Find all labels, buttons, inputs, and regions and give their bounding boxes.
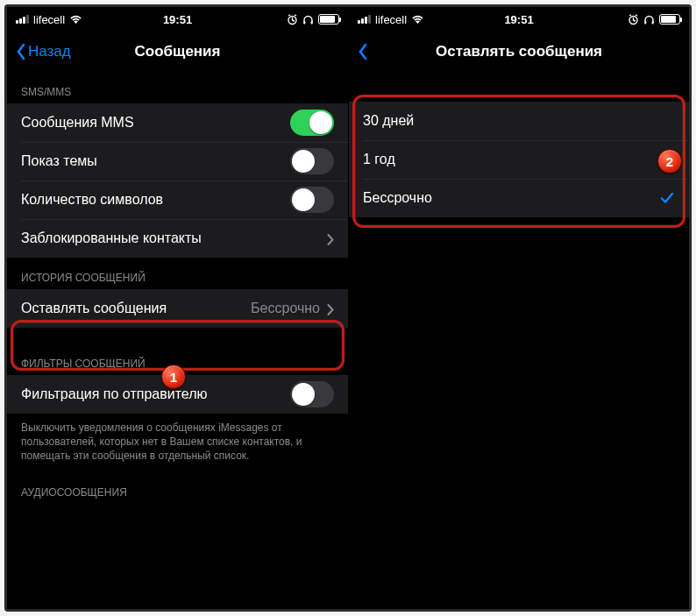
battery-icon: [659, 14, 680, 25]
row-show-subject[interactable]: Показ темы: [7, 142, 348, 181]
nav-title: Оставлять сообщения: [349, 43, 689, 60]
group-filters: Фильтрация по отправителю: [7, 375, 348, 414]
row-blocked-contacts[interactable]: Заблокированные контакты: [7, 219, 348, 258]
tutorial-frame: lifecell 19:51 Назад: [4, 4, 692, 612]
wifi-icon: [69, 14, 82, 25]
chevron-right-icon: [327, 233, 334, 244]
section-header-sms: SMS/MMS: [7, 72, 348, 103]
option-30-days[interactable]: 30 дней: [349, 102, 689, 140]
chevron-left-icon: [16, 43, 26, 60]
cellular-signal-icon: [358, 15, 371, 24]
toggle-subject[interactable]: [290, 148, 334, 174]
row-label: Оставлять сообщения: [21, 301, 251, 316]
option-forever[interactable]: Бессрочно: [349, 179, 689, 217]
option-label: 1 год: [363, 152, 675, 167]
row-filter-sender[interactable]: Фильтрация по отправителю: [7, 375, 348, 414]
options-scroll[interactable]: 30 дней 1 год Бессрочно 2: [349, 72, 689, 609]
screen-keep-messages: lifecell 19:51 Ос: [348, 7, 689, 609]
nav-bar: Оставлять сообщения: [349, 32, 689, 72]
settings-scroll[interactable]: SMS/MMS Сообщения MMS Показ темы Количес…: [7, 72, 348, 609]
group-sms: Сообщения MMS Показ темы Количество симв…: [7, 103, 348, 258]
nav-bar: Назад Сообщения: [7, 32, 348, 72]
alarm-icon: [628, 14, 639, 25]
section-header-filters: ФИЛЬТРЫ СООБЩЕНИЙ: [7, 328, 348, 375]
row-keep-messages[interactable]: Оставлять сообщения Бессрочно: [7, 289, 348, 328]
wifi-icon: [411, 14, 424, 25]
row-label: Количество символов: [21, 192, 290, 208]
cellular-signal-icon: [16, 15, 29, 24]
headphones-icon: [302, 14, 314, 25]
row-label: Сообщения MMS: [21, 115, 290, 131]
group-keep-options: 30 дней 1 год Бессрочно: [349, 102, 689, 217]
svg-rect-1: [303, 21, 305, 25]
section-header-audio: АУДИОСООБЩЕНИЯ: [7, 469, 348, 504]
toggle-mms[interactable]: [290, 110, 334, 136]
svg-rect-5: [652, 21, 654, 25]
svg-rect-4: [644, 21, 646, 25]
screen-messages-settings: lifecell 19:51 Назад: [7, 7, 348, 609]
option-label: Бессрочно: [363, 190, 659, 206]
section-footer-filters: Выключить уведомления о сообщениях iMess…: [7, 414, 348, 469]
section-header-history: ИСТОРИЯ СООБЩЕНИЙ: [7, 258, 348, 289]
carrier-label: lifecell: [375, 13, 407, 26]
row-value: Бессрочно: [251, 301, 320, 316]
carrier-label: lifecell: [33, 13, 65, 26]
row-label: Заблокированные контакты: [21, 230, 327, 246]
status-bar: lifecell 19:51: [349, 7, 689, 32]
chevron-right-icon: [327, 303, 334, 315]
row-label: Фильтрация по отправителю: [21, 386, 290, 402]
row-label: Показ темы: [21, 153, 290, 169]
group-history: Оставлять сообщения Бессрочно: [7, 289, 348, 328]
chevron-left-icon: [358, 43, 368, 60]
svg-rect-2: [311, 21, 313, 25]
toggle-filter[interactable]: [290, 381, 334, 407]
back-button[interactable]: Назад: [16, 43, 71, 60]
status-bar: lifecell 19:51: [7, 7, 348, 32]
alarm-icon: [287, 14, 298, 25]
back-button[interactable]: [358, 43, 368, 60]
headphones-icon: [643, 14, 655, 25]
row-char-count[interactable]: Количество символов: [7, 181, 348, 219]
battery-icon: [318, 14, 339, 25]
option-label: 30 дней: [363, 113, 675, 129]
option-1-year[interactable]: 1 год: [349, 140, 689, 179]
row-mms[interactable]: Сообщения MMS: [7, 103, 348, 142]
back-label: Назад: [28, 43, 71, 60]
toggle-charcount[interactable]: [290, 187, 334, 213]
checkmark-icon: [659, 190, 675, 206]
